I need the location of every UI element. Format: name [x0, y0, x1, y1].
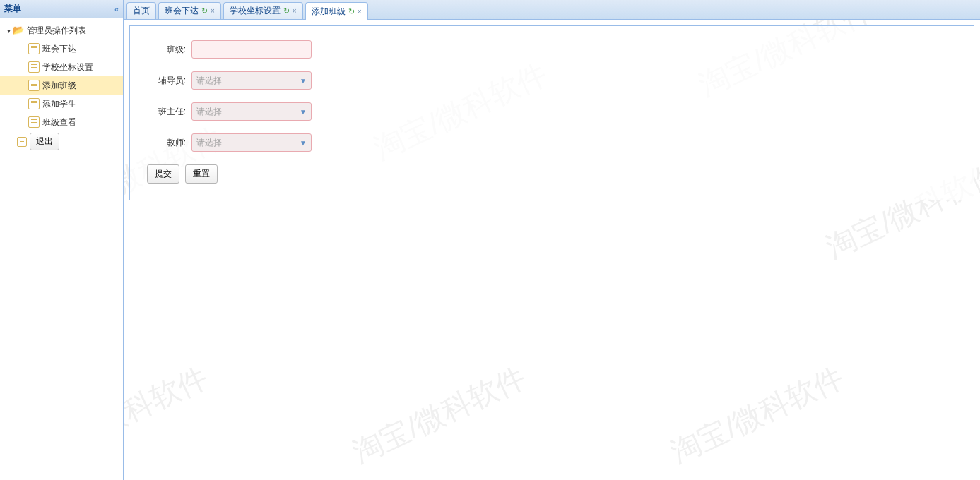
page-icon	[17, 137, 27, 147]
chevron-down-icon[interactable]: ▼	[295, 134, 311, 151]
class-input[interactable]	[191, 40, 312, 59]
tree-root-label: 管理员操作列表	[27, 25, 86, 37]
label-class: 班级:	[147, 44, 186, 56]
form-panel: 班级: 辅导员: 请选择 ▼ 班主任: 请选择 ▼ 教师:	[129, 25, 974, 200]
label-headteacher: 班主任:	[147, 106, 186, 118]
refresh-icon[interactable]: ↻	[201, 6, 208, 16]
counselor-select-display: 请选择	[192, 75, 295, 87]
refresh-icon[interactable]: ↻	[348, 7, 355, 16]
tree-item-school-coords[interactable]: 学校坐标设置	[0, 58, 123, 76]
expand-icon[interactable]: ▾	[4, 27, 13, 35]
close-icon[interactable]: ×	[211, 7, 215, 15]
tab-label: 学校坐标设置	[230, 5, 281, 17]
page-icon	[28, 61, 40, 73]
tree-item-label: 添加班级	[42, 80, 76, 92]
page-icon	[28, 116, 40, 128]
tree-item-class-meeting[interactable]: 班会下达	[0, 40, 123, 58]
tree-item-label: 学校坐标设置	[42, 61, 93, 73]
chevron-down-icon[interactable]: ▼	[295, 103, 311, 120]
tree-item-label: 添加学生	[42, 98, 76, 110]
tree-item-label: 班级查看	[42, 116, 76, 128]
tree-root-admin[interactable]: ▾ 管理员操作列表	[0, 21, 123, 40]
tab-label: 首页	[133, 5, 150, 17]
tree-item-view-class[interactable]: 班级查看	[0, 113, 123, 131]
teacher-select[interactable]: 请选择 ▼	[191, 133, 312, 152]
main-area: 首页 班会下达 ↻ × 学校坐标设置 ↻ × 添加班级 ↻ × 班级: 辅导员:	[124, 0, 980, 480]
teacher-select-display: 请选择	[192, 137, 295, 149]
headteacher-select-display: 请选择	[192, 106, 295, 118]
close-icon[interactable]: ×	[293, 7, 297, 15]
page-icon	[28, 80, 40, 91]
submit-button[interactable]: 提交	[147, 164, 179, 184]
logout-row: 退出	[0, 133, 123, 150]
tab-class-meeting[interactable]: 班会下达 ↻ ×	[158, 2, 221, 19]
nav-tree: ▾ 管理员操作列表 班会下达 学校坐标设置 添加班级 添加学生 班级查看 退出	[0, 18, 123, 153]
tab-label: 添加班级	[312, 6, 346, 18]
chevron-down-icon[interactable]: ▼	[295, 72, 311, 89]
label-teacher: 教师:	[147, 137, 186, 149]
tree-item-label: 班会下达	[42, 43, 76, 55]
headteacher-select[interactable]: 请选择 ▼	[191, 102, 312, 121]
tab-home[interactable]: 首页	[126, 2, 156, 19]
counselor-select[interactable]: 请选择 ▼	[191, 71, 312, 90]
logout-button[interactable]: 退出	[30, 133, 59, 150]
tab-add-class[interactable]: 添加班级 ↻ ×	[305, 2, 368, 20]
page-icon	[28, 98, 40, 109]
label-counselor: 辅导员:	[147, 75, 186, 87]
sidebar-title: 菜单	[4, 3, 21, 15]
close-icon[interactable]: ×	[358, 8, 362, 16]
content-panel: 班级: 辅导员: 请选择 ▼ 班主任: 请选择 ▼ 教师:	[124, 20, 980, 480]
page-icon	[28, 43, 40, 54]
tree-item-add-class[interactable]: 添加班级	[0, 76, 123, 95]
tab-label: 班会下达	[165, 5, 199, 17]
reset-button[interactable]: 重置	[185, 164, 218, 184]
tree-item-add-student[interactable]: 添加学生	[0, 95, 123, 113]
folder-icon	[13, 25, 24, 36]
collapse-icon[interactable]: «	[114, 5, 119, 13]
refresh-icon[interactable]: ↻	[283, 6, 290, 16]
tab-school-coords[interactable]: 学校坐标设置 ↻ ×	[223, 2, 303, 19]
tab-bar: 首页 班会下达 ↻ × 学校坐标设置 ↻ × 添加班级 ↻ ×	[124, 0, 980, 20]
sidebar-header: 菜单 «	[0, 0, 123, 18]
sidebar: 菜单 « ▾ 管理员操作列表 班会下达 学校坐标设置 添加班级 添加学生 班级查…	[0, 0, 124, 480]
